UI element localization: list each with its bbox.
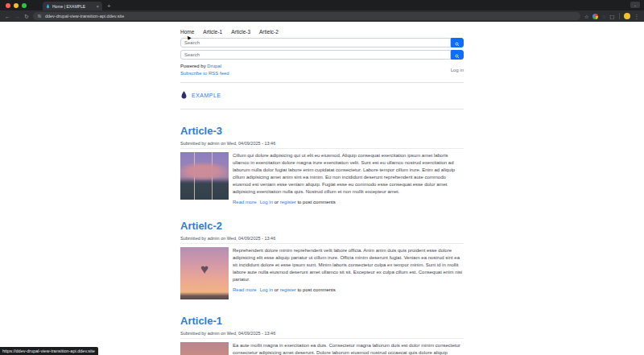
close-window-button[interactable]: [6, 3, 10, 8]
search-form-2: [180, 50, 464, 60]
register-link[interactable]: register: [280, 200, 296, 204]
article-teaser-2: Artielc-2 Submitted by admin on Wed, 04/…: [180, 212, 464, 299]
toolbar-actions: ☆ ◌ ▢ ⋮: [584, 13, 639, 19]
site-branding[interactable]: EXAMPLE: [180, 87, 464, 105]
log-in-link[interactable]: Log in: [260, 200, 273, 204]
drupal-link[interactable]: Drupal: [207, 64, 221, 68]
zoom-window-button[interactable]: [22, 3, 27, 8]
divider: [180, 82, 464, 83]
status-url-tooltip: https://ddev-drupal-view-transition-api.…: [0, 347, 98, 355]
toolbar-divider: [619, 13, 620, 19]
nav-item-article-3[interactable]: Article-3: [231, 29, 250, 35]
rss-feed-link[interactable]: Subscribe to RSS feed: [180, 71, 229, 76]
article-teaser-1: Article-1 Submitted by admin on Wed, 04/…: [180, 307, 464, 355]
article-image: [180, 152, 229, 200]
search-icon: [455, 37, 460, 49]
browser-tab[interactable]: Home | EXAMPLE ×: [43, 2, 102, 10]
read-more-link[interactable]: Read more: [233, 200, 257, 204]
page-viewport: Home Article-1 Article-3 Artielc-2 ▲︎: [0, 22, 644, 355]
url-text: ddev-drupal-view-transition-api.ddev.sit…: [45, 14, 124, 19]
post-comments-text: to post comments: [296, 200, 336, 204]
article-title-link[interactable]: Article-1: [180, 315, 222, 327]
drupal-drop-logo: [180, 91, 188, 100]
search-form-1: [180, 38, 464, 47]
or-text: or: [273, 287, 280, 292]
overflow-menu-icon[interactable]: ⋮: [634, 14, 640, 19]
submitted-byline: Submitted by admin on Wed, 04/09/2025 - …: [180, 141, 464, 149]
new-tab-button[interactable]: +: [107, 3, 111, 10]
back-button[interactable]: ←: [5, 14, 10, 19]
article-paragraph: Reprehenderit dolore minim reprehenderit…: [233, 247, 464, 283]
meta-row: Powered by Drupal Subscribe to RSS feed …: [180, 63, 464, 78]
reload-button[interactable]: ↻: [24, 14, 29, 19]
submitted-byline: Submitted by admin on Wed, 04/09/2025 - …: [180, 236, 464, 244]
address-bar[interactable]: ddev-drupal-view-transition-api.ddev.sit…: [33, 12, 580, 20]
window-controls: [0, 0, 31, 10]
color-extension-icon[interactable]: [592, 14, 598, 19]
register-link[interactable]: register: [280, 287, 296, 292]
nav-item-article-1[interactable]: Article-1: [203, 29, 222, 35]
post-comments-text: to post comments: [296, 287, 336, 292]
divider: [180, 109, 464, 109]
forward-button[interactable]: →: [14, 14, 20, 19]
minimize-window-button[interactable]: [14, 3, 19, 8]
profile-avatar[interactable]: [624, 13, 630, 19]
extension-icon[interactable]: ◌: [602, 14, 605, 19]
article-paragraph: Ea aute mollit magna in exercitation ea …: [233, 342, 464, 355]
main-navigation: Home Article-1 Article-3 Artielc-2 ▲︎: [180, 29, 464, 35]
search-input[interactable]: [180, 50, 451, 60]
log-in-link[interactable]: Log in: [451, 68, 464, 72]
article-paragraph: Cillum qui dolore adipisicing qui ut eli…: [233, 152, 464, 196]
drupal-favicon: [46, 4, 50, 9]
read-more-link[interactable]: Read more: [233, 287, 257, 292]
tab-close-icon[interactable]: ×: [96, 4, 99, 9]
cast-icon[interactable]: ▢: [609, 14, 614, 19]
search-input[interactable]: [180, 38, 451, 47]
tab-search-icon[interactable]: ⌄: [630, 2, 640, 8]
content-container: Home Article-1 Article-3 Artielc-2 ▲︎: [180, 22, 464, 355]
tune-icon[interactable]: [37, 14, 42, 19]
powered-by-text: Powered by: [180, 64, 207, 68]
search-button[interactable]: [451, 50, 464, 60]
browser-toolbar: ← → ↻ ddev-drupal-view-transition-api.dd…: [0, 10, 644, 22]
article-teaser-3: Article-3 Submitted by admin on Wed, 04/…: [180, 117, 464, 204]
search-button[interactable]: [451, 38, 464, 47]
article-title-link[interactable]: Artielc-2: [180, 220, 222, 232]
article-image: ♥: [180, 247, 229, 299]
submitted-byline: Submitted by admin on Wed, 04/09/2025 - …: [180, 331, 464, 339]
or-text: or: [273, 200, 280, 204]
search-icon: [455, 49, 460, 61]
nav-item-artielc-2[interactable]: Artielc-2: [259, 29, 279, 35]
powered-by-block: Powered by Drupal Subscribe to RSS feed: [180, 63, 229, 78]
heart-cloud-shape: ♥: [200, 262, 208, 275]
log-in-link[interactable]: Log in: [260, 287, 273, 292]
site-name-link[interactable]: EXAMPLE: [192, 93, 221, 98]
browser-chrome: Home | EXAMPLE × + ⌄ ← → ↻ ddev-drupal-v…: [0, 0, 644, 22]
article-image: [180, 342, 229, 355]
tab-title: Home | EXAMPLE: [52, 4, 93, 9]
tab-strip: Home | EXAMPLE × + ⌄: [0, 0, 644, 10]
bookmark-star-icon[interactable]: ☆: [584, 14, 589, 19]
article-title-link[interactable]: Article-3: [180, 125, 222, 137]
article-links: Read moreLog in or register to post comm…: [233, 287, 464, 292]
article-links: Read moreLog in or register to post comm…: [233, 200, 464, 204]
